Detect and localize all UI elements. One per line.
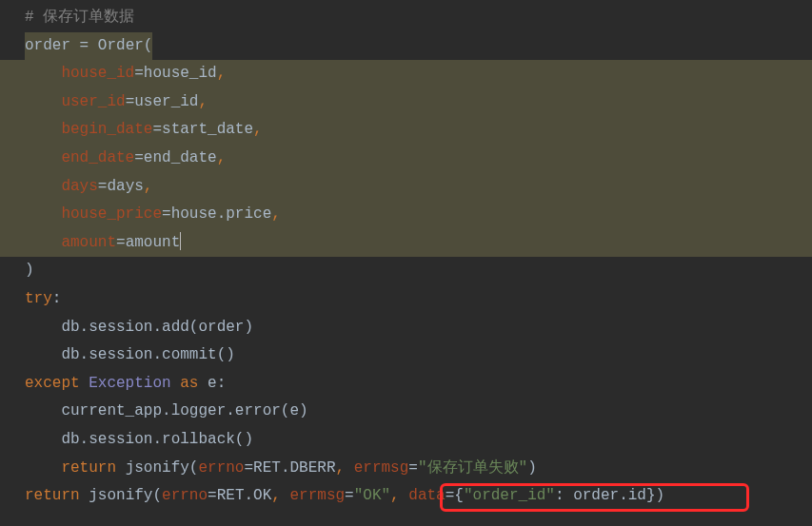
code-line: return jsonify(errno=RET.DBERR, errmsg="… [0, 455, 812, 483]
code-line: db.session.rollback() [0, 426, 812, 455]
code-line: end_date=end_date, [0, 145, 812, 173]
code-line: amount=amount [0, 229, 812, 258]
code-line: try: [0, 285, 812, 314]
code-line: db.session.commit() [0, 341, 812, 370]
highlighted-text: order = Order( [25, 32, 152, 61]
code-line: order = Order( [0, 32, 812, 61]
code-editor[interactable]: # 保存订单数据 order = Order( house_id=house_i… [0, 4, 812, 511]
code-line: # 保存订单数据 [0, 4, 812, 32]
code-line: house_price=house.price, [0, 201, 812, 229]
comment-text: # 保存订单数据 [25, 9, 134, 26]
code-line: ) [0, 257, 812, 285]
code-line: house_id=house_id, [0, 60, 812, 88]
code-line: days=days, [0, 173, 812, 202]
code-line: db.session.add(order) [0, 314, 812, 342]
code-line: user_id=user_id, [0, 88, 812, 117]
code-line: return jsonify(errno=RET.OK, errmsg="OK"… [0, 482, 812, 511]
code-line: begin_date=start_date, [0, 116, 812, 145]
text-cursor [180, 232, 181, 250]
code-line: current_app.logger.error(e) [0, 398, 812, 426]
code-line: except Exception as e: [0, 370, 812, 399]
